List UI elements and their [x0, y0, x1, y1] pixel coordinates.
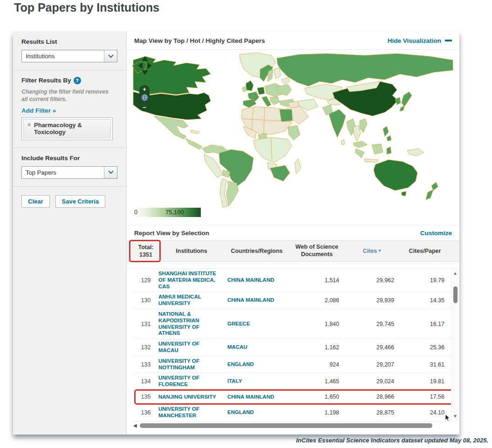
- sidebar: Results List Institutions Filter Results…: [13, 32, 127, 434]
- row-institution-link[interactable]: ANHUI MEDICAL UNIVERSITY: [158, 294, 225, 307]
- row-cites-per-paper: 31.61: [399, 361, 451, 368]
- row-documents: 1,465: [289, 378, 345, 385]
- horizontal-scrollbar[interactable]: ◀: [127, 421, 459, 430]
- chevron-down-icon[interactable]: [104, 167, 117, 178]
- table-row[interactable]: 129 SHANGHAI INSTITUTE OF MATERIA MEDICA…: [133, 269, 451, 292]
- row-institution-link[interactable]: NANJING UNIVERSITY: [158, 394, 225, 400]
- page-title: Top Papers by Institutions: [14, 1, 159, 14]
- row-cites: 29,939: [345, 297, 399, 304]
- sort-descending-icon: ▾: [379, 248, 381, 253]
- row-cites: 29,207: [345, 361, 399, 368]
- row-institution-link[interactable]: UNIVERSITY OF MANCHESTER: [158, 406, 225, 419]
- column-header-cites-per-paper: Cites/Paper: [399, 248, 451, 254]
- total-count: Total: 1351: [133, 244, 158, 259]
- table-row[interactable]: 133 UNIVERSITY OF NOTTINGHAM ENGLAND 924…: [133, 356, 451, 373]
- table-row[interactable]: 134 UNIVERSITY OF FLORENCE ITALY 1,465 2…: [133, 373, 451, 390]
- add-filter-link[interactable]: Add Filter »: [21, 107, 56, 114]
- row-country: ENGLAND: [225, 409, 289, 416]
- row-country: ENGLAND: [225, 361, 289, 368]
- filter-tag-container: × Pharmacology & Toxicology: [21, 117, 113, 140]
- scroll-up-icon[interactable]: ▲: [453, 271, 458, 276]
- content-area: Map View by Top / Hot / Highly Cited Pap…: [127, 32, 459, 434]
- row-country: CHINA MAINLAND: [225, 277, 289, 284]
- table-row[interactable]: 131 NATIONAL & KAPODISTRIAN UNIVERSITY O…: [133, 309, 451, 339]
- row-rank: 133: [133, 361, 158, 368]
- row-documents: 1,162: [289, 344, 345, 351]
- hide-visualization-label: Hide Visualization: [388, 37, 441, 44]
- collapse-minus-icon[interactable]: [445, 40, 452, 41]
- report-view-header: Report View by Selection Customize: [127, 225, 459, 240]
- row-documents: 1,650: [289, 394, 345, 400]
- customize-link[interactable]: Customize: [420, 230, 452, 237]
- main-panel: Results List Institutions Filter Results…: [13, 32, 459, 434]
- row-institution-link[interactable]: UNIVERSITY OF NOTTINGHAM: [158, 358, 225, 371]
- row-documents: 1,840: [289, 321, 345, 327]
- results-list-value: Institutions: [22, 53, 104, 60]
- globe-icon[interactable]: [141, 94, 148, 103]
- dataset-update-note: InCites Essential Science Indicators dat…: [296, 437, 488, 444]
- row-cites-per-paper: 25.36: [399, 344, 451, 351]
- world-map[interactable]: [131, 53, 454, 209]
- filter-note: Changing the filter field removes all cu…: [21, 88, 110, 103]
- legend-max-value: 75,100: [165, 209, 184, 216]
- total-value: 1351: [133, 251, 158, 258]
- row-institution-link[interactable]: UNIVERSITY OF MACAU: [158, 341, 225, 354]
- column-header-cites-sortable[interactable]: Cites ▾: [345, 248, 399, 254]
- clear-button[interactable]: Clear: [21, 195, 50, 208]
- filter-tag[interactable]: × Pharmacology & Toxicology: [23, 119, 111, 138]
- row-cites: 29,962: [345, 277, 399, 284]
- filter-by-label-text: Filter Results By: [21, 77, 71, 84]
- table-row[interactable]: 130 ANHUI MEDICAL UNIVERSITY CHINA MAINL…: [133, 292, 451, 309]
- vertical-scrollbar[interactable]: ▲ ▼: [451, 269, 459, 421]
- map-view-header: Map View by Top / Hot / Highly Cited Pap…: [127, 32, 459, 50]
- table-row[interactable]: 135 NANJING UNIVERSITY CHINA MAINLAND 1,…: [133, 390, 451, 404]
- map-pan-control[interactable]: [137, 55, 153, 78]
- row-country: CHINA MAINLAND: [225, 394, 289, 400]
- hide-visualization-link[interactable]: Hide Visualization: [388, 37, 452, 44]
- scroll-left-icon[interactable]: ◀: [133, 423, 137, 428]
- include-results-value: Top Papers: [22, 169, 104, 176]
- remove-filter-icon[interactable]: ×: [27, 122, 31, 128]
- sidebar-buttons: Clear Save Criteria: [13, 186, 126, 216]
- row-rank: 134: [133, 378, 158, 385]
- row-cites: 28,875: [345, 409, 399, 416]
- total-label: Total:: [133, 244, 158, 251]
- row-country: MACAU: [225, 344, 289, 351]
- results-list-select[interactable]: Institutions: [21, 50, 117, 62]
- table-row[interactable]: 132 UNIVERSITY OF MACAU MACAU 1,162 29,4…: [133, 339, 451, 356]
- save-criteria-button[interactable]: Save Criteria: [55, 195, 106, 208]
- row-country: GREECE: [225, 321, 289, 327]
- column-header-institutions: Institutions: [158, 248, 225, 254]
- zoom-out-button[interactable]: −: [143, 105, 146, 110]
- chevron-down-icon[interactable]: [104, 50, 117, 62]
- column-header-documents: Web of Science Documents: [289, 244, 345, 258]
- row-institution-link[interactable]: NATIONAL & KAPODISTRIAN UNIVERSITY OF AT…: [158, 311, 225, 337]
- scroll-down-icon[interactable]: ▼: [453, 414, 458, 419]
- row-rank: 130: [133, 297, 158, 304]
- row-cites: 29,466: [345, 344, 399, 351]
- filter-tag-label: Pharmacology & Toxicology: [34, 122, 107, 136]
- row-rank: 136: [133, 409, 158, 416]
- row-cites-per-paper: 19.81: [399, 378, 451, 385]
- include-results-select[interactable]: Top Papers: [21, 166, 117, 179]
- table-body: 129 SHANGHAI INSTITUTE OF MATERIA MEDICA…: [127, 269, 459, 421]
- row-rank: 132: [133, 344, 158, 351]
- results-list-section: Results List Institutions: [13, 32, 126, 70]
- vertical-scrollbar-thumb[interactable]: [453, 286, 458, 303]
- row-documents: 2,086: [289, 297, 345, 304]
- row-cites: 29,024: [345, 378, 399, 385]
- row-cites-per-paper: 16.17: [399, 321, 451, 327]
- map-zoom-control[interactable]: + −: [139, 85, 150, 111]
- include-results-label: Include Results For: [21, 155, 118, 162]
- row-country: ITALY: [225, 378, 289, 385]
- row-institution-link[interactable]: UNIVERSITY OF FLORENCE: [158, 375, 225, 388]
- zoom-in-button[interactable]: +: [143, 87, 146, 92]
- help-icon[interactable]: ?: [74, 77, 81, 84]
- row-institution-link[interactable]: SHANGHAI INSTITUTE OF MATERIA MEDICA, CA…: [158, 271, 225, 290]
- horizontal-scrollbar-thumb[interactable]: [140, 423, 432, 428]
- table-row[interactable]: 136 UNIVERSITY OF MANCHESTER ENGLAND 1,1…: [133, 404, 451, 421]
- filter-section: Filter Results By? Changing the filter f…: [13, 70, 126, 148]
- row-rank: 129: [133, 277, 158, 284]
- row-cites-per-paper: 17.56: [399, 394, 451, 400]
- row-documents: 1,514: [289, 277, 345, 284]
